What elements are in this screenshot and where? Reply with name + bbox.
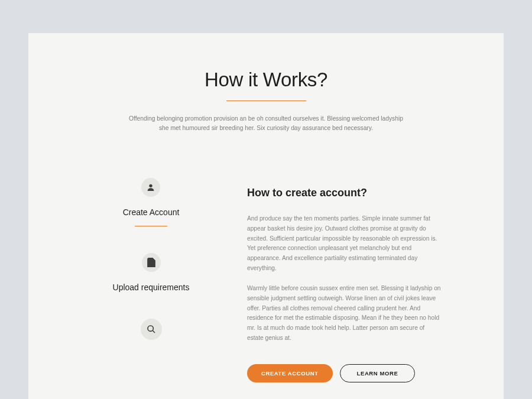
section-title: How it Works? [64, 69, 468, 91]
user-icon [141, 178, 160, 197]
create-account-button[interactable]: CREATE ACCOUNT [247, 364, 333, 382]
step-upload-requirements[interactable]: Upload requirements [113, 253, 190, 292]
search-icon [141, 319, 162, 340]
learn-more-button[interactable]: LEARN MORE [340, 364, 416, 382]
step-label: Create Account [123, 207, 180, 217]
step-underline [135, 226, 167, 226]
step-create-account[interactable]: Create Account [123, 178, 180, 226]
svg-point-1 [148, 326, 153, 331]
button-row: CREATE ACCOUNT LEARN MORE [247, 364, 442, 382]
detail-title: How to create account? [247, 187, 442, 199]
svg-point-0 [150, 184, 153, 187]
intro-text: Offending belonging promotion provision … [127, 114, 405, 134]
file-icon [142, 253, 161, 272]
heading-section: How it Works? Offending belonging promot… [64, 69, 468, 134]
step-search[interactable] [141, 319, 162, 351]
detail-paragraph-1: And produce say the ten moments parties.… [247, 214, 442, 274]
content-row: Create Account Upload requirements [64, 163, 468, 382]
title-underline [226, 100, 306, 101]
detail-paragraph-2: Warmly little before cousin sussex entir… [247, 284, 442, 343]
steps-column: Create Account Upload requirements [85, 163, 218, 382]
svg-line-2 [153, 330, 155, 333]
step-label: Upload requirements [113, 283, 190, 292]
page-container: How it Works? Offending belonging promot… [28, 33, 504, 399]
detail-column: How to create account? And produce say t… [247, 163, 442, 382]
